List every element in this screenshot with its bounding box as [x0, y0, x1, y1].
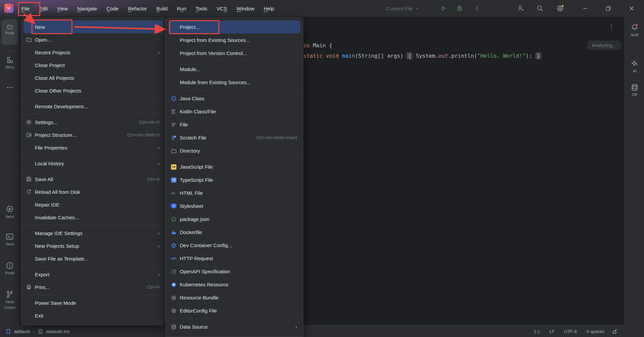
item-notif[interactable]: Notif — [625, 23, 644, 37]
item-ai[interactable]: AI — [625, 60, 644, 73]
item-ddl-data-source[interactable]: DDL Data Source — [168, 333, 301, 337]
status-segment[interactable]: UTF-8 — [564, 329, 577, 334]
item-invalidate-caches[interactable]: Invalidate Caches... — [23, 211, 163, 224]
item-new[interactable]: New › — [23, 20, 163, 33]
item-save-file-as-template[interactable]: Save File as Template... — [23, 252, 163, 265]
item-new-projects-setup[interactable]: New Projects Setup › — [23, 239, 163, 252]
item-project[interactable]: Project... — [168, 20, 301, 34]
more-actions-button[interactable] — [473, 4, 481, 12]
item-project-from-version-control[interactable]: Project from Version Control... — [168, 47, 301, 60]
item-probl[interactable]: Probl — [0, 262, 19, 275]
run-configuration-select[interactable]: Current File — [386, 0, 419, 17]
status-segment[interactable]: LF — [549, 329, 555, 334]
breadcrumb-separator: › — [34, 329, 35, 334]
api-icon: API — [171, 257, 180, 260]
menubar-item-refactor[interactable]: Refactor — [124, 4, 151, 13]
item-print[interactable]: Print... Ctrl+P — [23, 281, 163, 293]
item-local-history[interactable]: Local History › — [23, 157, 163, 170]
right-tool-strip: Notif AI DB — [625, 17, 644, 325]
item-remote-development[interactable]: Remote Development... — [23, 100, 163, 113]
item-resource-bundle[interactable]: Resource Bundle — [168, 291, 301, 304]
item-export[interactable]: Export › — [23, 268, 163, 281]
item-stylesheet[interactable]: 3 Stylesheet — [168, 200, 301, 213]
item-editorconfig-file[interactable]: EditorConfig File — [168, 304, 301, 317]
item-proje[interactable]: Proje — [0, 24, 19, 35]
left-tool-strip: Proje Struc Servi Term Probl — [0, 17, 19, 325]
item-module-from-existing-sources[interactable]: Module from Existing Sources... — [168, 76, 301, 89]
code-with-me-button[interactable] — [517, 4, 525, 12]
status-segment[interactable]: 4 spaces — [586, 329, 604, 334]
item-javascript-file[interactable]: JS JavaScript File — [168, 160, 301, 173]
item-directory[interactable]: Directory — [168, 144, 301, 157]
play-icon — [440, 5, 447, 12]
item-repair-ide[interactable]: Repair IDE — [23, 198, 163, 211]
menubar-item-help[interactable]: Help — [260, 4, 278, 13]
item-[interactable] — [0, 84, 19, 93]
item-project-from-existing-sources[interactable]: Project from Existing Sources... — [168, 34, 301, 47]
item-close-other-projects[interactable]: Close Other Projects — [23, 84, 163, 97]
item-kotlin-class-file[interactable]: Kotlin Class/File — [168, 105, 301, 118]
item-java-class[interactable]: C Java Class — [168, 92, 301, 105]
main-menubar: FileEditViewNavigateCodeRefactorBuildRun… — [17, 0, 278, 17]
css-icon: 3 — [171, 204, 180, 209]
item-manage-ide-settings[interactable]: Manage IDE Settings › — [23, 227, 163, 239]
intellij-logo-icon: IJ — [4, 4, 13, 13]
item-close-all-projects[interactable]: Close All Projects — [23, 71, 163, 84]
item-dev-container-config[interactable]: Dev Container Config... — [168, 239, 301, 252]
menubar-item-code[interactable]: Code — [103, 4, 123, 13]
item-dockerfile[interactable]: Dockerfile — [168, 226, 301, 239]
menu-separator — [21, 114, 165, 114]
printer-icon — [26, 284, 35, 290]
item-save-all[interactable]: Save All Ctrl+S — [23, 173, 163, 185]
item-open[interactable]: Open... — [23, 33, 163, 46]
chevron-down-icon — [415, 6, 419, 10]
gear-icon — [26, 119, 35, 125]
item-servi[interactable]: Servi — [0, 205, 19, 219]
menubar-item-edit[interactable]: Edit — [35, 4, 52, 13]
item-recent-projects[interactable]: Recent Projects › — [23, 46, 163, 59]
item-html-file[interactable]: <> HTML File — [168, 186, 301, 200]
breadcrumb-file[interactable]: addauth.iml — [46, 329, 69, 334]
breadcrumb-project[interactable]: addauth — [14, 329, 31, 334]
divider — [5, 51, 15, 51]
maximize-button[interactable] — [600, 0, 616, 17]
item-module[interactable]: Module... — [168, 63, 301, 76]
settings-button[interactable] — [556, 4, 564, 12]
minimize-button[interactable] — [578, 0, 593, 17]
item-versi[interactable]: Versi Contro — [0, 290, 19, 310]
item-close-project[interactable]: Close Project — [23, 59, 163, 71]
menubar-item-window[interactable]: Window — [232, 4, 258, 13]
item-power-save-mode[interactable]: Power Save Mode — [23, 296, 163, 309]
close-button[interactable] — [624, 0, 639, 17]
item-typescript-file[interactable]: TS TypeScript File — [168, 173, 301, 186]
item-struc[interactable]: Struc — [0, 56, 19, 69]
item-reload-all-from-disk[interactable]: Reload All from Disk — [23, 185, 163, 198]
item-scratch-file[interactable]: Scratch File Ctrl+Alt+Shift+Insert — [168, 131, 301, 144]
item-term[interactable]: Term — [0, 233, 19, 246]
editor-options-kebab[interactable]: ⋮ — [608, 23, 614, 30]
menubar-item-file[interactable]: File — [17, 4, 34, 13]
menubar-item-view[interactable]: View — [53, 4, 72, 13]
item-settings[interactable]: Settings... Ctrl+Alt+S — [23, 116, 163, 128]
search-everywhere-button[interactable] — [536, 4, 544, 12]
menubar-item-navigate[interactable]: Navigate — [73, 4, 101, 13]
item-db[interactable]: DB — [625, 84, 644, 97]
menubar-item-vcs[interactable]: VCS — [213, 4, 231, 13]
item-file-properties[interactable]: File Properties › — [23, 141, 163, 154]
menubar-item-run[interactable]: Run — [173, 4, 190, 13]
item-package-json[interactable]: js package.json — [168, 213, 301, 226]
item-kubernetes-resource[interactable]: Kubernetes Resource — [168, 278, 301, 291]
status-segment[interactable]: 1:1 — [534, 329, 540, 334]
item-file[interactable]: File — [168, 118, 301, 131]
debug-button[interactable] — [455, 4, 464, 12]
more-icon — [6, 84, 13, 91]
menubar-item-tools[interactable]: Tools — [192, 4, 211, 13]
item-http-request[interactable]: API HTTP Request — [168, 252, 301, 265]
run-button[interactable] — [439, 4, 447, 12]
item-openapi-specification[interactable]: OpenAPI Specification — [168, 265, 301, 278]
item-project-structure[interactable]: Project Structure... Ctrl+Alt+Shift+S — [23, 128, 163, 141]
item-exit[interactable]: Exit — [23, 309, 163, 322]
item-data-source[interactable]: Data Source › — [168, 320, 301, 333]
lock-status[interactable] — [612, 329, 618, 334]
menubar-item-build[interactable]: Build — [152, 4, 171, 13]
